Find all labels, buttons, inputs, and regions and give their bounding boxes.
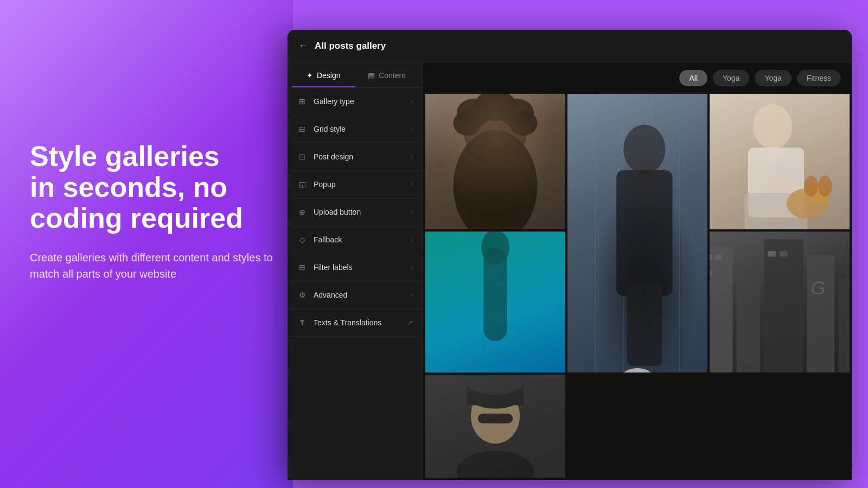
back-button[interactable]: ← All posts gallery [298, 40, 386, 52]
menu-popup-left: ◱ Popup [297, 179, 335, 189]
texts-translations-label: Texts & Translations [314, 318, 381, 327]
gallery-image-3[interactable] [710, 94, 850, 229]
upload-button-icon: ⊕ [297, 207, 307, 217]
svg-point-16 [753, 104, 792, 149]
menu-filter-left: ⊟ Filter labels [297, 262, 353, 272]
svg-rect-30 [710, 255, 711, 260]
texts-external-icon: ↗ [407, 319, 413, 327]
svg-point-40 [467, 375, 523, 395]
svg-point-2 [457, 99, 492, 127]
post-design-label: Post design [314, 152, 353, 161]
gallery-image-4[interactable] [425, 232, 565, 373]
gallery-type-label: Gallery type [314, 97, 354, 106]
grid-style-arrow: › [411, 125, 413, 133]
post-design-icon: ⊡ [297, 152, 307, 162]
svg-point-22 [818, 176, 832, 197]
filter-fitness[interactable]: Fitness [797, 70, 841, 86]
main-content: All Yoga Yoga Fitness [423, 62, 852, 480]
filter-labels-arrow: › [411, 264, 413, 271]
svg-rect-27 [764, 239, 803, 373]
svg-point-6 [509, 111, 538, 136]
portrait-svg-1 [425, 94, 565, 229]
city-svg: G [710, 232, 850, 373]
portrait-svg-3 [710, 94, 850, 229]
app-body: ✦ Design ▤ Content ⊞ Gallery type › [288, 62, 852, 480]
svg-rect-26 [737, 271, 760, 373]
texts-icon: T [297, 318, 307, 328]
grid-style-label: Grid style [314, 125, 346, 133]
gallery-grid: G [423, 94, 852, 480]
svg-rect-12 [616, 170, 672, 296]
menu-gallery-type[interactable]: ⊞ Gallery type › [288, 88, 423, 115]
svg-point-0 [464, 94, 527, 169]
svg-rect-34 [780, 251, 787, 256]
menu-fallback-left: ◇ Fallback [297, 235, 342, 245]
tab-content-label: Content [379, 71, 405, 80]
sidebar: ✦ Design ▤ Content ⊞ Gallery type › [288, 62, 423, 480]
menu-grid-style[interactable]: ⊟ Grid style › [288, 115, 423, 143]
upload-button-label: Upload button [314, 208, 361, 216]
menu-upload-button[interactable]: ⊕ Upload button › [288, 198, 423, 226]
hero-title: Style galleries in seconds, no coding re… [30, 141, 279, 234]
gallery-type-arrow: › [411, 98, 413, 105]
popup-arrow: › [411, 181, 413, 188]
tab-design[interactable]: ✦ Design [292, 66, 355, 87]
svg-rect-31 [716, 255, 722, 260]
design-tab-icon: ✦ [307, 71, 313, 80]
gallery-image-5[interactable]: G [710, 232, 850, 373]
menu-texts-left: T Texts & Translations [297, 318, 381, 328]
svg-point-4 [474, 94, 516, 121]
svg-rect-41 [478, 414, 513, 423]
svg-point-3 [499, 99, 534, 127]
fallback-arrow: › [411, 236, 413, 243]
menu-grid-style-left: ⊟ Grid style [297, 124, 346, 134]
filter-all[interactable]: All [679, 70, 707, 86]
gallery-image-2[interactable] [567, 94, 707, 373]
hero-section: Style galleries in seconds, no coding re… [30, 141, 279, 282]
fallback-label: Fallback [314, 235, 342, 244]
menu-advanced[interactable]: ⚙ Advanced › [288, 281, 423, 309]
menu-post-design[interactable]: ⊡ Post design › [288, 143, 423, 171]
filter-bar: All Yoga Yoga Fitness [423, 62, 852, 94]
menu-post-design-left: ⊡ Post design [297, 152, 353, 162]
menu-upload-left: ⊕ Upload button [297, 207, 361, 217]
svg-point-1 [454, 130, 538, 229]
svg-text:G: G [811, 278, 826, 298]
svg-point-11 [623, 125, 665, 174]
menu-texts-translations[interactable]: T Texts & Translations ↗ [288, 309, 423, 337]
tab-design-label: Design [317, 71, 341, 80]
advanced-arrow: › [411, 291, 413, 299]
app-header: ← All posts gallery [288, 30, 852, 62]
menu-filter-labels[interactable]: ⊟ Filter labels › [288, 254, 423, 281]
svg-rect-25 [710, 247, 732, 373]
svg-rect-33 [768, 251, 775, 256]
portrait-svg-2 [567, 94, 707, 373]
svg-point-24 [481, 232, 509, 265]
svg-point-21 [804, 176, 818, 197]
app-window: ← All posts gallery ✦ Design ▤ Content [288, 30, 852, 480]
svg-rect-28 [807, 255, 835, 373]
tab-content[interactable]: ▤ Content [355, 66, 419, 87]
sidebar-tabs: ✦ Design ▤ Content [288, 62, 423, 88]
svg-rect-32 [710, 271, 711, 275]
portrait-svg-5 [425, 375, 565, 478]
menu-fallback[interactable]: ◇ Fallback › [288, 226, 423, 254]
gallery-image-1[interactable] [425, 94, 565, 229]
photo-overlay-1 [425, 94, 565, 229]
filter-yoga-2[interactable]: Yoga [755, 70, 791, 86]
grid-style-icon: ⊟ [297, 124, 307, 134]
hero-subtitle: Create galleries with different content … [30, 249, 279, 282]
popup-label: Popup [314, 180, 335, 189]
menu-popup[interactable]: ◱ Popup › [288, 171, 423, 198]
upload-button-arrow: › [411, 208, 413, 216]
back-icon: ← [298, 40, 308, 52]
advanced-icon: ⚙ [297, 290, 307, 300]
svg-rect-13 [627, 282, 662, 366]
post-design-arrow: › [411, 153, 413, 160]
filter-yoga-1[interactable]: Yoga [713, 70, 749, 86]
filter-labels-icon: ⊟ [297, 262, 307, 272]
content-tab-icon: ▤ [368, 71, 375, 80]
gallery-type-icon: ⊞ [297, 97, 307, 106]
gallery-image-6[interactable] [425, 375, 565, 478]
menu-list: ⊞ Gallery type › ⊟ Grid style › ⊡ Post [288, 88, 423, 480]
